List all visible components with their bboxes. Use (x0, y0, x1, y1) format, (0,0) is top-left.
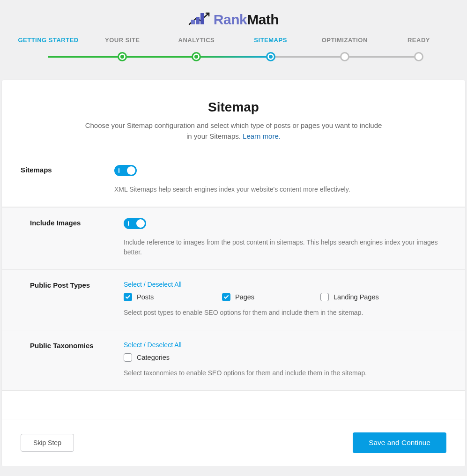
setting-label: Include Images (30, 218, 124, 257)
setting-help: Select taxonomies to enable SEO options … (124, 368, 446, 378)
include-images-toggle[interactable] (124, 218, 146, 229)
setting-label: Sitemaps (21, 165, 114, 194)
setting-sitemaps: Sitemaps XML Sitemaps help search engine… (2, 155, 465, 207)
brand-math: Math (247, 12, 279, 27)
svg-rect-0 (191, 20, 195, 24)
step-label: OPTIMIZATION (308, 37, 382, 44)
card-header: Sitemap Choose your Sitemap configuratio… (2, 80, 465, 155)
checkbox-icon (222, 293, 230, 301)
wizard-footer: Skip Step Save and Continue (2, 419, 465, 466)
step-sitemaps[interactable]: SITEMAPS (234, 37, 308, 61)
checkbox-label: Pages (235, 293, 254, 301)
desc-text: Choose your Sitemap configuration and se… (85, 121, 382, 140)
checkbox-label: Posts (137, 293, 154, 301)
step-ready[interactable]: READY (382, 37, 456, 61)
checkbox-label: Categories (137, 354, 170, 361)
checkbox-categories[interactable]: Categories (124, 353, 222, 362)
step-optimization[interactable]: OPTIMIZATION (308, 37, 382, 61)
brand-rank: Rank (214, 12, 247, 27)
setting-help: Select post types to enable SEO options … (124, 308, 446, 318)
checkbox-icon (320, 293, 329, 301)
setting-label: Public Post Types (30, 280, 124, 318)
save-continue-button[interactable]: Save and Continue (353, 432, 446, 453)
page-title: Sitemap (21, 100, 446, 115)
step-analytics[interactable]: ANALYTICS (159, 37, 233, 61)
brand-text: RankMath (214, 12, 279, 28)
checkbox-pages[interactable]: Pages (222, 293, 320, 301)
step-label: ANALYTICS (159, 37, 233, 44)
page-description: Choose your Sitemap configuration and se… (84, 120, 384, 141)
header: RankMath (0, 0, 467, 37)
step-getting-started[interactable]: GETTING STARTED (11, 37, 85, 61)
setting-post-types: Public Post Types Select / Deselect All … (2, 270, 465, 330)
setting-include-images: Include Images Include reference to imag… (2, 207, 465, 270)
step-label: READY (382, 37, 456, 44)
checkbox-icon (124, 293, 132, 301)
brand-logo: RankMath (188, 11, 279, 28)
checkbox-landing-pages[interactable]: Landing Pages (320, 293, 419, 301)
sitemaps-toggle[interactable] (114, 165, 137, 176)
select-all-taxonomies[interactable]: Select / Deselect All (124, 341, 182, 349)
setting-label: Public Taxonomies (30, 341, 124, 378)
step-label: GETTING STARTED (11, 37, 85, 44)
post-types-list: Posts Pages Landing Pages (124, 293, 446, 301)
svg-rect-1 (196, 17, 200, 24)
step-label: SITEMAPS (234, 37, 308, 44)
svg-rect-2 (200, 13, 204, 24)
learn-more-link[interactable]: Learn more. (243, 132, 281, 140)
taxonomies-list: Categories (124, 353, 446, 362)
wizard-stepper: GETTING STARTED YOUR SITE ANALYTICS SITE… (0, 37, 467, 80)
checkbox-label: Landing Pages (334, 293, 379, 301)
setting-help: Include reference to images from the pos… (124, 238, 446, 257)
select-all-post-types[interactable]: Select / Deselect All (124, 281, 182, 288)
checkbox-posts[interactable]: Posts (124, 293, 222, 301)
settings-card: Sitemap Choose your Sitemap configuratio… (2, 80, 465, 466)
settings-body: Sitemaps XML Sitemaps help search engine… (2, 155, 465, 419)
checkbox-icon (124, 353, 132, 362)
step-your-site[interactable]: YOUR SITE (85, 37, 159, 61)
setting-taxonomies: Public Taxonomies Select / Deselect All … (2, 330, 465, 391)
step-label: YOUR SITE (85, 37, 159, 44)
logo-icon (188, 11, 210, 28)
setting-help: XML Sitemaps help search engines index y… (114, 185, 446, 194)
skip-step-button[interactable]: Skip Step (21, 434, 74, 452)
